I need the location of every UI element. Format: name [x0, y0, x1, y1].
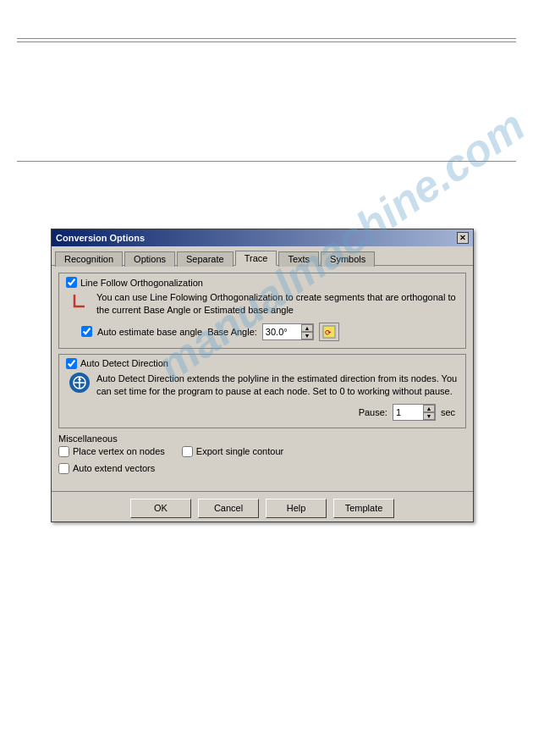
svg-text:⟳: ⟳ [325, 328, 332, 337]
tab-recognition[interactable]: Recognition [55, 251, 123, 267]
pause-spinner: ▲ ▼ [423, 405, 435, 420]
cancel-button[interactable]: Cancel [198, 499, 259, 518]
close-button[interactable]: ✕ [457, 232, 469, 244]
angle-row: Auto estimate base angle Base Angle: ▲ ▼… [81, 323, 459, 341]
auto-extend-label: Auto extend vectors [73, 463, 155, 473]
help-button[interactable]: Help [266, 499, 327, 518]
export-single-row: Export single contour [182, 446, 283, 457]
mid-rule [17, 161, 516, 162]
tabs-bar: Recognition Options Separate Trace Texts… [52, 246, 473, 265]
base-angle-up-button[interactable]: ▲ [301, 324, 313, 332]
place-vertex-checkbox[interactable] [58, 446, 69, 457]
base-angle-spinner: ▲ ▼ [301, 324, 313, 339]
line-follow-group: Line Follow Orthogonalization You can us… [58, 273, 466, 349]
miscellaneous-section: Miscellaneous Place vertex on nodes Auto… [58, 433, 466, 477]
ok-button[interactable]: OK [130, 499, 191, 518]
line-follow-info-row: You can use Line Folowing Orthogonalizat… [66, 291, 459, 317]
tab-separate[interactable]: Separate [177, 251, 234, 267]
base-angle-label: Base Angle: [207, 327, 257, 337]
top-rule-2 [17, 41, 516, 42]
base-angle-image-button[interactable]: ⟳ [319, 323, 339, 341]
base-angle-input[interactable] [263, 326, 301, 338]
misc-row: Place vertex on nodes Auto extend vector… [58, 446, 466, 477]
pause-row: Pause: ▲ ▼ sec [66, 404, 459, 421]
tab-texts[interactable]: Texts [278, 251, 319, 267]
auto-detect-checkbox-row: Auto Detect Direction [66, 358, 459, 369]
place-vertex-label: Place vertex on nodes [73, 446, 165, 456]
pause-unit: sec [441, 407, 455, 417]
dialog-titlebar: Conversion Options ✕ [52, 229, 473, 246]
base-angle-down-button[interactable]: ▼ [301, 332, 313, 339]
auto-detect-icon [69, 372, 90, 393]
auto-detect-info-row: Auto Detect Direction extends the polyli… [66, 372, 459, 399]
misc-col-left: Place vertex on nodes Auto extend vector… [58, 446, 165, 477]
line-follow-label: Line Follow Orthogonalization [80, 278, 203, 288]
auto-extend-row: Auto extend vectors [58, 463, 165, 474]
auto-extend-checkbox[interactable] [58, 463, 69, 474]
misc-col-right: Export single contour [182, 446, 283, 477]
buttons-row: OK Cancel Help Template [52, 491, 473, 521]
dialog-title: Conversion Options [56, 233, 145, 243]
tab-options[interactable]: Options [124, 251, 175, 267]
page-background: manualmachine.com Conversion Options ✕ R… [0, 0, 533, 756]
auto-detect-label: Auto Detect Direction [80, 358, 168, 368]
dialog-content: Line Follow Orthogonalization You can us… [52, 265, 473, 491]
place-vertex-row: Place vertex on nodes [58, 446, 165, 457]
auto-estimate-checkbox[interactable] [81, 326, 92, 337]
top-rule-1 [17, 38, 516, 39]
pause-down-button[interactable]: ▼ [423, 412, 435, 420]
line-follow-description: You can use Line Folowing Orthogonalizat… [96, 291, 459, 317]
tab-symbols[interactable]: Symbols [321, 251, 375, 267]
misc-title: Miscellaneous [58, 433, 466, 444]
template-button[interactable]: Template [333, 499, 394, 518]
pause-up-button[interactable]: ▲ [423, 405, 435, 412]
pause-label: Pause: [359, 407, 387, 417]
export-single-checkbox[interactable] [182, 446, 193, 457]
auto-estimate-label: Auto estimate base angle [97, 327, 202, 337]
conversion-options-dialog: Conversion Options ✕ Recognition Options… [51, 229, 474, 522]
base-angle-input-wrap: ▲ ▼ [262, 323, 314, 340]
line-follow-checkbox[interactable] [66, 277, 77, 288]
auto-detect-checkbox[interactable] [66, 358, 77, 369]
line-follow-icon [69, 291, 90, 312]
tab-trace[interactable]: Trace [235, 251, 277, 266]
auto-detect-description: Auto Detect Direction extends the polyli… [96, 372, 459, 399]
pause-input[interactable] [393, 406, 423, 418]
pause-input-wrap: ▲ ▼ [393, 404, 436, 421]
auto-detect-group: Auto Detect Direction Auto Detect Direct… [58, 354, 466, 428]
export-single-label: Export single contour [196, 446, 283, 456]
line-follow-checkbox-row: Line Follow Orthogonalization [66, 277, 459, 288]
